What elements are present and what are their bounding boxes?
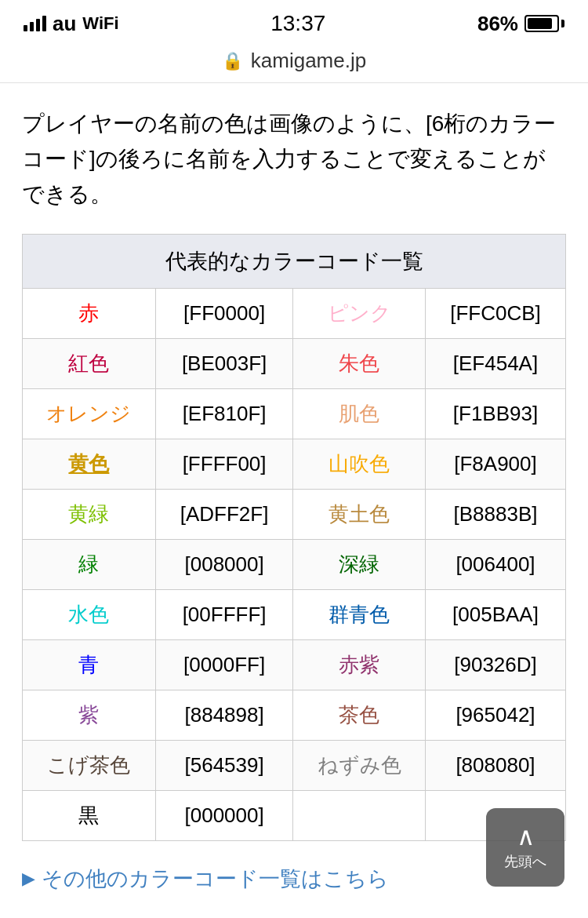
color-name-1: 紫 [23,690,156,741]
color-code-2: [808080] [426,741,566,791]
color-code-1: [FF0000] [155,289,292,339]
color-name-1: 紅色 [23,339,156,389]
color-table: 代表的なカラーコード一覧 赤[FF0000]ピンク[FFC0CB]紅色[BE00… [22,234,566,841]
color-code-1: [000000] [155,791,292,841]
color-name-1: 青 [23,640,156,690]
table-row: オレンジ[EF810F]肌色[F1BB93] [23,389,566,439]
intro-text: プレイヤーの名前の色は画像のように、[6桁のカラーコード]の後ろに名前を入力する… [22,107,566,212]
color-code-1: [00FFFF] [155,590,292,640]
color-code-1: [008000] [155,540,292,590]
table-row: 緑[008000]深緑[006400] [23,540,566,590]
color-name-2: ピンク [293,289,426,339]
time-display: 13:37 [270,11,325,36]
color-name-1: こげ茶色 [23,741,156,791]
color-code-2: [006400] [426,540,566,590]
color-name-1: オレンジ [23,389,156,439]
color-name-1: 赤 [23,289,156,339]
table-row: 黄緑[ADFF2F]黄土色[B8883B] [23,490,566,540]
page-content: プレイヤーの名前の色は画像のように、[6桁のカラーコード]の後ろに名前を入力する… [0,83,588,918]
up-arrow-icon: ∧ [517,824,535,849]
battery-icon [524,15,564,32]
table-row: 紫[884898]茶色[965042] [23,690,566,741]
color-code-1: [0000FF] [155,640,292,690]
color-code-1: [EF810F] [155,389,292,439]
color-code-2: [965042] [426,690,566,741]
table-row: 黒[000000] [23,791,566,841]
color-code-2: [FFC0CB] [426,289,566,339]
table-title: 代表的なカラーコード一覧 [23,235,566,289]
back-to-top-label: 先頭へ [504,852,546,871]
url-text: kamigame.jp [251,49,366,73]
color-code-2: [90326D] [426,640,566,690]
carrier-label: au [53,12,76,36]
color-code-2: [F1BB93] [426,389,566,439]
url-bar[interactable]: 🔒 kamigame.jp [0,42,588,83]
color-code-1: [BE003F] [155,339,292,389]
color-name-2: 山吹色 [293,439,426,490]
status-bar: au WiFi 13:37 86% [0,0,588,42]
more-link[interactable]: ▶ その他のカラーコード一覧はこちら [22,865,566,893]
color-code-2: [B8883B] [426,490,566,540]
table-row: 紅色[BE003F]朱色[EF454A] [23,339,566,389]
color-code-2: [F8A900] [426,439,566,490]
table-row: 水色[00FFFF]群青色[005BAA] [23,590,566,640]
table-row: 青[0000FF]赤紫[90326D] [23,640,566,690]
table-row: こげ茶色[564539]ねずみ色[808080] [23,741,566,791]
status-left: au WiFi [24,12,119,36]
color-code-1: [564539] [155,741,292,791]
battery-percent: 86% [477,12,518,36]
lock-icon: 🔒 [222,51,243,71]
table-row: 黄色[FFFF00]山吹色[F8A900] [23,439,566,490]
color-name-2: 群青色 [293,590,426,640]
color-name-2: 黄土色 [293,490,426,540]
color-code-2: [005BAA] [426,590,566,640]
color-name-1: 黒 [23,791,156,841]
wifi-icon: WiFi [82,13,118,34]
color-name-2: 赤紫 [293,640,426,690]
color-code-1: [884898] [155,690,292,741]
color-code-1: [ADFF2F] [155,490,292,540]
color-name-2: 肌色 [293,389,426,439]
color-name-1: 緑 [23,540,156,590]
color-name-2: 深緑 [293,540,426,590]
color-name-2: 茶色 [293,690,426,741]
table-row: 赤[FF0000]ピンク[FFC0CB] [23,289,566,339]
arrow-icon: ▶ [22,869,35,889]
color-name-2 [293,791,426,841]
color-name-1: 黄緑 [23,490,156,540]
more-link-text: その他のカラーコード一覧はこちら [42,865,389,893]
color-code-2: [EF454A] [426,339,566,389]
color-name-2: ねずみ色 [293,741,426,791]
color-name-2: 朱色 [293,339,426,389]
color-name-1: 水色 [23,590,156,640]
status-right: 86% [477,12,564,36]
color-name-1: 黄色 [23,439,156,490]
back-to-top-button[interactable]: ∧ 先頭へ [486,808,564,887]
signal-icon [24,16,46,31]
color-code-1: [FFFF00] [155,439,292,490]
